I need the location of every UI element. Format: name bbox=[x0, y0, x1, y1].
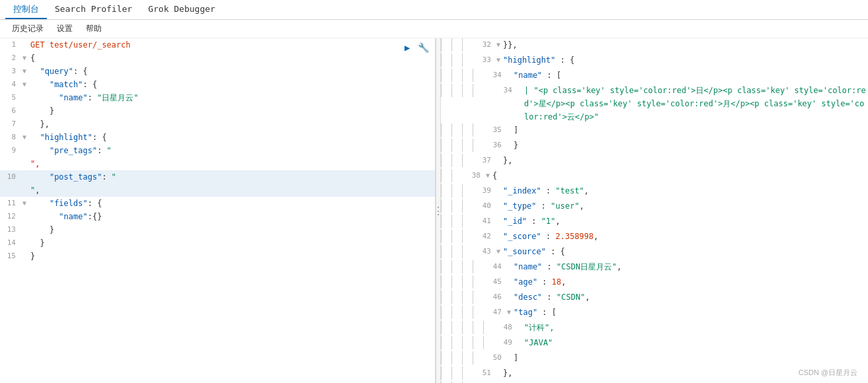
indent-pipe bbox=[462, 245, 473, 260]
left-line-5: 5 "name": "日星月云" bbox=[0, 91, 435, 104]
fold-arrow[interactable]: ▼ bbox=[20, 52, 29, 65]
right-line-number: 46 bbox=[483, 291, 504, 304]
indent-pipe bbox=[451, 38, 462, 53]
right-line-content: "name" : [ bbox=[514, 69, 868, 82]
indent-pipe bbox=[451, 366, 462, 382]
indent-pipe bbox=[462, 351, 473, 366]
right-line-number: 34 bbox=[494, 84, 515, 97]
right-fold-arrow[interactable]: ▼ bbox=[494, 245, 503, 258]
right-line-content: "_score" : 2.358998, bbox=[503, 230, 868, 243]
indent-pipe bbox=[483, 336, 494, 351]
panel-divider[interactable]: ⋮ bbox=[436, 38, 441, 383]
indent-pipe bbox=[441, 306, 451, 321]
right-fold-arrow[interactable]: ▼ bbox=[494, 53, 503, 67]
nav-item-console[interactable]: 控制台 bbox=[5, 0, 47, 19]
line-content: "match": { bbox=[29, 78, 435, 91]
indent-pipe bbox=[462, 215, 473, 230]
indent-pipe bbox=[483, 321, 494, 336]
results-display[interactable]: 32▼}},33▼"highlight" : {34"name" : [34| … bbox=[441, 38, 868, 383]
indent-pipe bbox=[473, 84, 483, 99]
right-line-number: 42 bbox=[473, 230, 494, 243]
right-line-43: 43▼"_source" : { bbox=[441, 245, 868, 260]
indent-pipe bbox=[451, 351, 462, 366]
right-line-number: 49 bbox=[494, 336, 515, 349]
indent-pipe bbox=[473, 291, 483, 306]
right-line-number: 50 bbox=[483, 351, 504, 365]
indent-pipe bbox=[451, 291, 462, 306]
right-fold-arrow[interactable]: ▼ bbox=[494, 38, 503, 52]
right-line-36: 36} bbox=[441, 139, 868, 154]
right-line-32: 32▼}}, bbox=[441, 38, 868, 53]
indent-pipe bbox=[441, 154, 451, 169]
nav-item-grok-debugger[interactable]: Grok Debugger bbox=[140, 0, 223, 19]
right-line-number: 51 bbox=[473, 366, 494, 380]
indent-pipe bbox=[462, 260, 473, 275]
fold-arrow[interactable]: ▼ bbox=[20, 65, 29, 78]
right-results-panel: 32▼}},33▼"highlight" : {34"name" : [34| … bbox=[441, 38, 868, 383]
watermark: CSDN @日星月云 bbox=[799, 368, 857, 378]
right-fold-arrow[interactable]: ▼ bbox=[504, 306, 514, 319]
right-line-content: "JAVA" bbox=[524, 336, 868, 349]
indent-pipe bbox=[462, 321, 473, 336]
nav-settings[interactable]: 设置 bbox=[50, 22, 79, 36]
right-line-content: "_type" : "user", bbox=[503, 199, 868, 213]
line-content: { bbox=[29, 52, 435, 65]
left-line-6: 6 } bbox=[0, 104, 435, 118]
left-line-9: 9 "pre_tags": "", bbox=[0, 144, 435, 170]
left-line-2: 2▼{ bbox=[0, 52, 435, 65]
indent-pipe bbox=[462, 53, 473, 69]
left-line-15: 15} bbox=[0, 250, 435, 263]
line-number: 2 bbox=[0, 52, 20, 65]
right-line-number: 41 bbox=[473, 215, 494, 228]
indent-pipe bbox=[451, 154, 462, 169]
fold-arrow[interactable]: ▼ bbox=[20, 78, 29, 91]
indent-pipe bbox=[441, 321, 451, 336]
line-content: "pre_tags": "", bbox=[29, 144, 435, 170]
indent-pipe bbox=[451, 230, 462, 245]
indent-pipe bbox=[441, 139, 451, 154]
nav-item-search-profiler[interactable]: Search Profiler bbox=[47, 0, 140, 19]
right-line-47: 47▼"tag" : [ bbox=[441, 306, 868, 321]
right-line-48: 48"计科", bbox=[441, 321, 868, 336]
indent-pipe bbox=[473, 139, 483, 154]
fold-arrow[interactable]: ▼ bbox=[20, 131, 29, 144]
right-line-number: 33 bbox=[473, 53, 494, 67]
line-content: "post_tags": "", bbox=[29, 170, 435, 197]
indent-pipe bbox=[441, 351, 451, 366]
indent-pipe bbox=[451, 53, 462, 69]
indent-pipe bbox=[473, 351, 483, 366]
right-line-number: 48 bbox=[494, 321, 515, 334]
left-line-13: 13 } bbox=[0, 223, 435, 236]
line-content: } bbox=[29, 104, 435, 118]
left-line-7: 7 }, bbox=[0, 118, 435, 131]
right-line-35: 35] bbox=[441, 123, 868, 139]
right-line-38: 38▼{ bbox=[441, 169, 868, 184]
indent-pipe bbox=[451, 169, 462, 184]
indent-pipe bbox=[451, 336, 462, 351]
line-content: } bbox=[29, 223, 435, 236]
line-content: "query": { bbox=[29, 65, 435, 78]
indent-pipe bbox=[441, 184, 451, 199]
indent-pipe bbox=[451, 275, 462, 291]
indent-pipe bbox=[462, 336, 473, 351]
indent-pipe bbox=[441, 291, 451, 306]
indent-pipe bbox=[462, 84, 473, 99]
indent-pipe bbox=[441, 230, 451, 245]
line-number: 11 bbox=[0, 197, 20, 210]
wrench-button[interactable]: 🔧 bbox=[417, 41, 430, 54]
right-line-number: 34 bbox=[483, 69, 504, 82]
nav-history[interactable]: 历史记录 bbox=[5, 22, 50, 36]
code-editor[interactable]: 1GET test/user/_search2▼{3▼ "query": {4▼… bbox=[0, 38, 435, 383]
line-content: "name":{} bbox=[29, 210, 435, 223]
line-content: GET test/user/_search bbox=[29, 38, 435, 52]
fold-arrow[interactable]: ▼ bbox=[20, 197, 29, 210]
nav-help[interactable]: 帮助 bbox=[79, 22, 108, 36]
right-fold-arrow[interactable]: ▼ bbox=[483, 169, 492, 182]
indent-pipe bbox=[462, 69, 473, 84]
indent-pipe bbox=[441, 366, 451, 382]
indent-pipe bbox=[451, 306, 462, 321]
right-line-50: 50] bbox=[441, 351, 868, 366]
left-line-12: 12 "name":{} bbox=[0, 210, 435, 223]
indent-pipe bbox=[462, 199, 473, 215]
run-button[interactable]: ▶ bbox=[401, 41, 414, 54]
